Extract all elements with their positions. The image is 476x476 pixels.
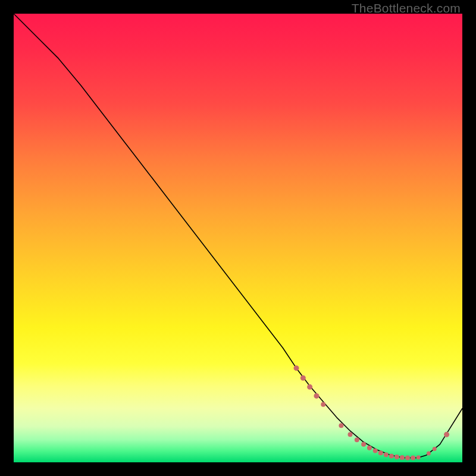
marker-dot	[427, 451, 431, 455]
chart-svg	[14, 14, 462, 462]
marker-group	[294, 365, 450, 460]
marker-dot	[300, 375, 306, 381]
chart-stage: TheBottleneck.com	[0, 0, 476, 476]
marker-dot	[405, 455, 410, 460]
marker-dot	[400, 455, 405, 460]
marker-dot	[307, 384, 312, 390]
marker-dot	[321, 402, 325, 407]
marker-dot	[444, 432, 449, 437]
marker-dot	[367, 446, 372, 450]
watermark-text: TheBottleneck.com	[352, 1, 461, 15]
marker-dot	[433, 447, 437, 451]
bottleneck-curve	[14, 14, 462, 458]
marker-dot	[294, 365, 299, 371]
marker-dot	[339, 423, 343, 428]
marker-dot	[411, 455, 415, 460]
marker-dot	[355, 437, 359, 442]
marker-dot	[394, 455, 399, 459]
marker-dot	[378, 450, 383, 455]
marker-dot	[389, 453, 394, 458]
chart-plot-area	[14, 14, 462, 462]
marker-dot	[416, 455, 421, 459]
marker-dot	[361, 442, 366, 447]
marker-dot	[373, 448, 378, 453]
marker-dot	[314, 393, 319, 399]
marker-dot	[384, 452, 389, 457]
marker-dot	[348, 432, 353, 437]
